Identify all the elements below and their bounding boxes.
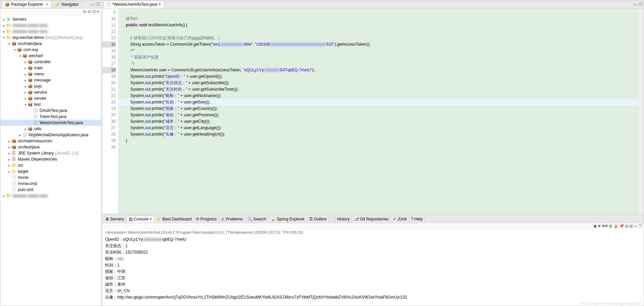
tree-item-decorator: [boot] [devtools] [wyj-: [45, 35, 83, 40]
console-tab-search[interactable]: 🔍Search: [245, 216, 269, 222]
tree-item[interactable]: ▸🗄Maven Dependencies: [0, 156, 101, 162]
view-menu-icon[interactable]: ▾: [97, 9, 99, 14]
expand-icon[interactable]: ▸: [7, 170, 11, 173]
tree-item[interactable]: ▾📦src/main/java: [0, 41, 101, 47]
vertical-scrollbar[interactable]: [638, 8, 644, 214]
expand-icon[interactable]: ▸: [2, 194, 6, 198]
tree-item[interactable]: ▸📁xxxxxxx-xxxxx-xxxx: [0, 193, 101, 199]
tree-item[interactable]: ▸📦pojo: [0, 83, 101, 89]
expand-icon[interactable]: ▸: [2, 30, 6, 33]
expand-icon[interactable]: ▸: [7, 164, 11, 167]
minimize-icon[interactable]: ▭: [91, 2, 95, 7]
expand-icon[interactable]: ▸: [23, 78, 27, 82]
console-tab-console[interactable]: ▤Console×: [126, 216, 154, 222]
tree-item[interactable]: 📄mvnw: [0, 174, 101, 181]
tree-item[interactable]: ▸📁src: [0, 162, 101, 168]
expand-icon[interactable]: ▸: [18, 133, 22, 137]
tree-item[interactable]: ▾📦test: [0, 101, 101, 108]
tree-item[interactable]: ▸📦message: [0, 77, 101, 83]
tree-item[interactable]: ▸ⒿWyjWechatDemoApplication.java: [0, 132, 101, 138]
jar-icon: 🗄: [11, 150, 17, 156]
terminate-icon[interactable]: ◼: [594, 224, 597, 228]
tree-item[interactable]: ⒿWeixinUserInfoTest.java: [0, 120, 101, 126]
expand-icon[interactable]: ▸: [7, 145, 11, 149]
focus-icon[interactable]: ⊡: [92, 9, 96, 14]
link-editor-icon[interactable]: ⇄: [88, 9, 91, 14]
expand-icon[interactable]: ▸: [2, 18, 6, 21]
expand-icon[interactable]: ▾: [7, 42, 11, 46]
tree-item[interactable]: 📄pom.xml: [0, 187, 101, 193]
display-selected-icon[interactable]: ▤: [625, 224, 628, 228]
pin-console-icon[interactable]: 📌: [619, 224, 624, 228]
tree-item[interactable]: ▸📁xxxxxxx-xxxxx-xxxx: [0, 28, 101, 34]
expand-icon[interactable]: ▸: [7, 158, 11, 161]
scroll-lock-icon[interactable]: 🔒: [614, 224, 618, 228]
expand-icon[interactable]: ▸: [23, 91, 27, 94]
clear-console-icon[interactable]: 🗑: [609, 224, 613, 228]
maximize-icon[interactable]: ❐: [96, 2, 100, 7]
minimize-icon[interactable]: ▭: [634, 224, 637, 228]
console-tab-outline[interactable]: ☰Outline: [307, 216, 329, 222]
expand-icon[interactable]: ▸: [23, 127, 27, 131]
maximize-icon[interactable]: ❐: [639, 2, 642, 7]
expand-icon[interactable]: ▾: [2, 36, 6, 40]
tree-item[interactable]: ▾📦wechart: [0, 53, 101, 59]
tree-item[interactable]: ▾📁wyj-wechat-demo[boot] [devtools] [wyj-: [0, 34, 101, 41]
tree-item[interactable]: ⒿTokenTest.java: [0, 114, 101, 120]
expand-icon[interactable]: ▸: [23, 66, 27, 70]
close-icon[interactable]: ×: [158, 2, 161, 7]
tree-item[interactable]: ▸🖥Servers: [0, 16, 101, 22]
expand-icon[interactable]: ▸: [23, 97, 27, 100]
console-tab-servers[interactable]: 🖥Servers: [103, 216, 126, 222]
tree-item-label: TokenTest.java: [40, 114, 66, 119]
remove-all-icon[interactable]: ✖✖: [602, 224, 608, 228]
tree-item[interactable]: ▾📦com.wyj: [0, 47, 101, 53]
tree-item[interactable]: ▸📦menu: [0, 71, 101, 77]
open-console-icon[interactable]: ▥: [629, 224, 633, 228]
tree-item[interactable]: ▸📦controller: [0, 59, 101, 65]
close-icon[interactable]: ×: [46, 2, 48, 7]
tree-item[interactable]: ▸🗄JRE System Library[JavaSE-1.8]: [0, 150, 101, 156]
tree-item[interactable]: ▸📦servlet: [0, 95, 101, 101]
console-tab-git-repositories[interactable]: ⎇Git Repositories: [352, 216, 391, 222]
expand-icon[interactable]: ▸: [23, 72, 27, 76]
tab-navigator[interactable]: 🧭 Navigator: [52, 1, 82, 7]
console-tab-progress[interactable]: ⟳Progress: [194, 216, 219, 222]
console-tab-history[interactable]: 🕐History: [329, 216, 352, 222]
expand-icon[interactable]: ▸: [23, 60, 27, 64]
expand-icon[interactable]: ▾: [23, 103, 27, 107]
minimize-icon[interactable]: ▭: [634, 2, 637, 7]
expand-icon[interactable]: ▸: [23, 85, 27, 88]
console-tab-spring-explorer[interactable]: 🍃Spring Explorer: [269, 216, 307, 222]
package-tree[interactable]: ▸🖥Servers▸📁xxxxxxx-xxxxx-xxxx▸📁xxxxxxx-x…: [0, 15, 101, 306]
console-output[interactable]: OpenID：oQULy1YyxxxxxxxxxxqbEQ-7meiU关注状态：…: [102, 236, 644, 306]
tree-item[interactable]: ▸📦utils: [0, 126, 101, 132]
tab-package-explorer[interactable]: 📦 Package Explorer ×: [2, 1, 51, 7]
expand-icon[interactable]: ▾: [13, 48, 17, 52]
console-tab-boot-dashboard[interactable]: ⚡Boot Dashboard: [154, 216, 194, 222]
tree-item[interactable]: ▸📦main: [0, 65, 101, 71]
tree-item[interactable]: ▸📦src/test/java: [0, 144, 101, 150]
editor-tab[interactable]: Ⓙ *WeixinUserInfoTest.java ×: [104, 1, 164, 8]
progress-icon: ⟳: [196, 217, 199, 221]
console-tab-junit[interactable]: ✓JUnit: [391, 216, 409, 222]
console-tab-help[interactable]: ?Help: [409, 216, 425, 222]
console-tab-label: Search: [253, 217, 266, 221]
remove-launch-icon[interactable]: ✖: [598, 224, 601, 228]
tree-item[interactable]: ⒿOAuthTest.java: [0, 108, 101, 114]
tree-item[interactable]: ▸📁target: [0, 168, 101, 174]
maximize-icon[interactable]: ❐: [638, 224, 642, 228]
tree-item[interactable]: 📄mvnw.cmd: [0, 181, 101, 187]
collapse-all-icon[interactable]: ⇆: [83, 9, 86, 14]
console-tab-problems[interactable]: ⚠Problems: [219, 216, 245, 222]
close-icon[interactable]: ×: [149, 217, 152, 221]
code-content[interactable]: @Test public void testWeixinUserInfo() {…: [119, 8, 638, 214]
tree-item[interactable]: ▸📦src/main/resources: [0, 138, 101, 144]
tree-item[interactable]: ▸📁xxxxxxx-xxxxx-xxxx: [0, 22, 101, 28]
expand-icon[interactable]: ▸: [7, 139, 11, 143]
expand-icon[interactable]: ▾: [18, 54, 22, 58]
expand-icon[interactable]: ▸: [7, 151, 11, 155]
tree-item[interactable]: ▸📦service: [0, 89, 101, 95]
expand-icon[interactable]: ▸: [2, 24, 6, 27]
code-editor[interactable]: 9101112131415161718192021222324252627282…: [102, 8, 644, 214]
